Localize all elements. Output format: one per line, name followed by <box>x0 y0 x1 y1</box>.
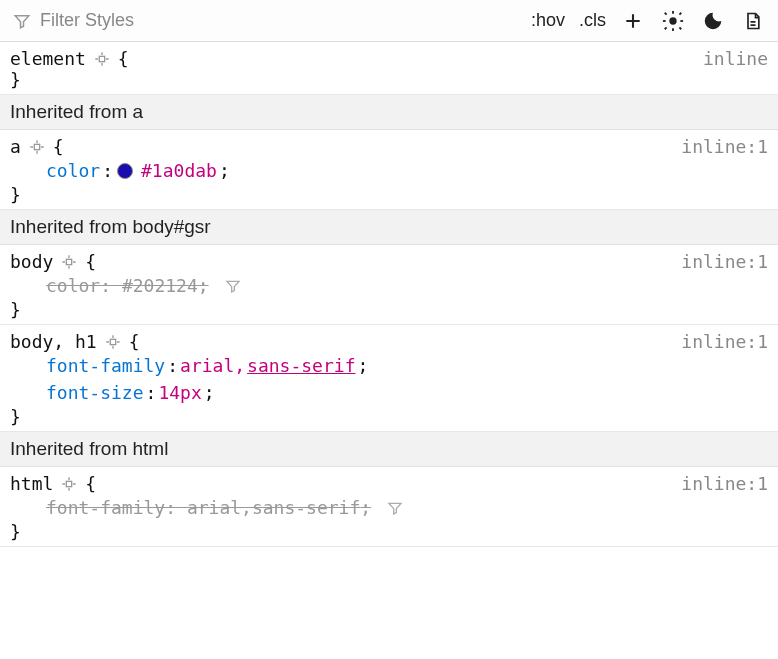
funnel-icon <box>12 11 32 31</box>
declaration-color[interactable]: color: #1a0dab; <box>10 157 768 184</box>
svg-rect-12 <box>110 339 115 344</box>
open-brace: { <box>118 48 129 69</box>
rule-source[interactable]: inline:1 <box>681 136 768 157</box>
svg-rect-11 <box>67 259 72 264</box>
selector-line[interactable]: a { <box>10 136 768 157</box>
selector-text: body, h1 <box>10 331 97 352</box>
svg-rect-9 <box>99 56 104 61</box>
svg-line-5 <box>665 12 667 14</box>
property-name[interactable]: font-family <box>46 352 165 379</box>
close-brace: } <box>10 69 768 90</box>
open-brace: { <box>85 473 96 494</box>
page-icon <box>743 10 763 32</box>
property-value-b[interactable]: sans-serif <box>247 352 355 379</box>
selector-text: html <box>10 473 53 494</box>
close-brace: } <box>10 521 768 542</box>
svg-line-7 <box>679 12 681 14</box>
funnel-icon[interactable] <box>223 276 243 296</box>
selector-text: element <box>10 48 86 69</box>
selector-line[interactable]: html { <box>10 473 768 494</box>
property-value[interactable]: arial,sans-serif <box>187 497 360 518</box>
styles-toolbar: :hov .cls <box>0 0 778 42</box>
rule-body-h1[interactable]: inline:1 body, h1 { font-family: arial,s… <box>0 325 778 432</box>
rule-html[interactable]: inline:1 html { font-family: arial,sans-… <box>0 467 778 547</box>
svg-line-6 <box>679 27 681 29</box>
inherited-from-body-header: Inherited from body#gsr <box>0 210 778 245</box>
property-value[interactable]: #1a0dab <box>141 157 217 184</box>
filter-wrap <box>12 10 517 31</box>
svg-line-8 <box>665 27 667 29</box>
open-brace: { <box>129 331 140 352</box>
svg-rect-13 <box>67 481 72 486</box>
hov-toggle[interactable]: :hov <box>531 10 565 31</box>
selector-text: a <box>10 136 21 157</box>
sun-icon <box>662 10 684 32</box>
highlight-icon[interactable] <box>59 252 79 272</box>
light-mode-button[interactable] <box>660 8 686 34</box>
property-value[interactable]: #202124 <box>122 275 198 296</box>
declaration-font-family-overridden[interactable]: font-family: arial,sans-serif; <box>10 494 768 521</box>
print-simulation-button[interactable] <box>740 8 766 34</box>
property-name[interactable]: font-size <box>46 379 144 406</box>
filter-styles-input[interactable] <box>40 10 240 31</box>
close-brace: } <box>10 184 768 205</box>
property-value-a[interactable]: arial, <box>180 352 245 379</box>
dark-mode-button[interactable] <box>700 8 726 34</box>
rule-source[interactable]: inline:1 <box>681 251 768 272</box>
property-value[interactable]: 14px <box>158 379 201 406</box>
rule-source[interactable]: inline <box>703 48 768 69</box>
rule-element[interactable]: inline element { } <box>0 42 778 95</box>
property-name[interactable]: font-family <box>46 497 165 518</box>
property-name[interactable]: color <box>46 157 100 184</box>
open-brace: { <box>85 251 96 272</box>
declaration-font-family[interactable]: font-family: arial,sans-serif; <box>10 352 768 379</box>
selector-line[interactable]: body, h1 { <box>10 331 768 352</box>
highlight-icon[interactable] <box>59 474 79 494</box>
plus-icon <box>623 11 643 31</box>
svg-point-0 <box>669 17 676 24</box>
rule-source[interactable]: inline:1 <box>681 473 768 494</box>
declaration-font-size[interactable]: font-size: 14px; <box>10 379 768 406</box>
close-brace: } <box>10 299 768 320</box>
open-brace: { <box>53 136 64 157</box>
cls-toggle[interactable]: .cls <box>579 10 606 31</box>
highlight-icon[interactable] <box>92 49 112 69</box>
selector-line[interactable]: body { <box>10 251 768 272</box>
property-name[interactable]: color <box>46 275 100 296</box>
rule-source[interactable]: inline:1 <box>681 331 768 352</box>
rule-a[interactable]: inline:1 a { color: #1a0dab; } <box>0 130 778 210</box>
close-brace: } <box>10 406 768 427</box>
rule-body-color[interactable]: inline:1 body { color: #202124; } <box>0 245 778 325</box>
inherited-from-a-header: Inherited from a <box>0 95 778 130</box>
declaration-color-overridden[interactable]: color: #202124; <box>10 272 768 299</box>
color-swatch[interactable] <box>117 163 133 179</box>
add-rule-button[interactable] <box>620 8 646 34</box>
inherited-from-html-header: Inherited from html <box>0 432 778 467</box>
funnel-icon[interactable] <box>385 498 405 518</box>
highlight-icon[interactable] <box>103 332 123 352</box>
moon-icon <box>702 10 724 32</box>
svg-rect-10 <box>34 144 39 149</box>
selector-line[interactable]: element { <box>10 48 768 69</box>
selector-text: body <box>10 251 53 272</box>
highlight-icon[interactable] <box>27 137 47 157</box>
